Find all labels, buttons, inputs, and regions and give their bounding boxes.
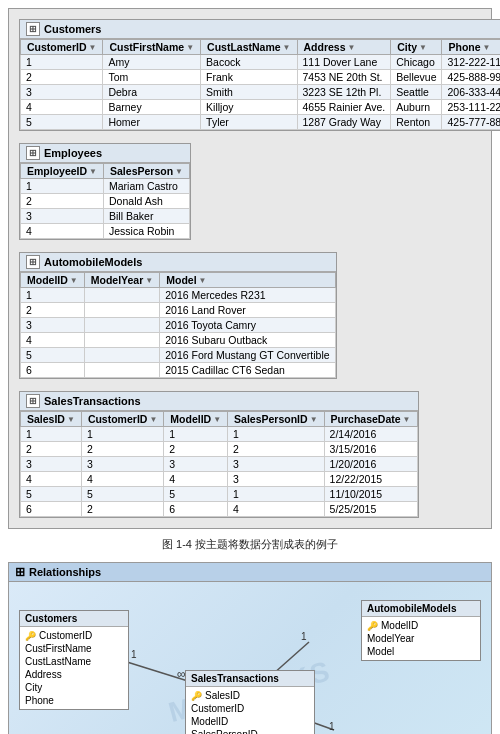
automobiles-field-2: Model bbox=[367, 645, 475, 658]
customers-col-first: CustFirstName▼ bbox=[103, 40, 201, 55]
sales-table: SalesID▼ CustomerID▼ ModelID▼ SalesPerso… bbox=[20, 411, 418, 517]
tables-section: ⊞ Customers CustomerID▼ CustFirstName▼ C… bbox=[8, 8, 492, 529]
table-row: 555111/10/2015 bbox=[21, 487, 418, 502]
customers-field-2: CustLastName bbox=[25, 655, 123, 668]
sales-col-cust: CustomerID▼ bbox=[81, 412, 163, 427]
automobiles-pk-field: 🔑 ModelID bbox=[367, 619, 475, 632]
sales-rel-fields: 🔑 SalesID CustomerID ModelID SalesPerson… bbox=[186, 687, 314, 734]
customers-field-1: CustFirstName bbox=[25, 642, 123, 655]
sales-table-title: ⊞ SalesTransactions bbox=[20, 392, 418, 411]
table-row: 1AmyBacock111 Dover LaneChicago312-222-1… bbox=[21, 55, 501, 70]
svg-line-0 bbox=[127, 662, 191, 682]
automobiles-table: ModelID▼ ModelYear▼ Model▼ 12016 Mercede… bbox=[20, 272, 336, 378]
customers-pk-field: 🔑 CustomerID bbox=[25, 629, 123, 642]
table-row: 11112/14/2016 bbox=[21, 427, 418, 442]
svg-text:1: 1 bbox=[301, 631, 307, 642]
customers-col-addr: Address▼ bbox=[297, 40, 391, 55]
table-row: 12016 Mercedes R231 bbox=[21, 288, 336, 303]
key-icon: 🔑 bbox=[25, 631, 36, 641]
customers-table-title: ⊞ Customers bbox=[20, 20, 500, 39]
customers-col-city: City▼ bbox=[391, 40, 442, 55]
table-row: 4BarneyKilljoy4655 Rainier Ave.Auburn253… bbox=[21, 100, 501, 115]
sales-col-id: SalesID▼ bbox=[21, 412, 82, 427]
sales-field-2: ModelID bbox=[191, 715, 309, 728]
emp-col-sales: SalesPerson▼ bbox=[104, 164, 190, 179]
table-row: 52016 Ford Mustang GT Convertible bbox=[21, 348, 336, 363]
table-row: 62015 Cadillac CT6 Sedan bbox=[21, 363, 336, 378]
automobiles-table-title: ⊞ AutomobileModels bbox=[20, 253, 336, 272]
emp-col-id: EmployeeID▼ bbox=[21, 164, 104, 179]
table-row: 1Mariam Castro bbox=[21, 179, 190, 194]
customers-col-last: CustLastName▼ bbox=[201, 40, 297, 55]
rel-body: MZ BOOKS 1 ∞ 1 ∞ 1 ∞ Customers bbox=[9, 582, 491, 734]
sales-field-3: SalesPersonID bbox=[191, 728, 309, 734]
customers-table: CustomerID▼ CustFirstName▼ CustLastName▼… bbox=[20, 39, 500, 130]
table-row: 33331/20/2016 bbox=[21, 457, 418, 472]
table-row: 3DebraSmith3223 SE 12th Pl.Seattle206-33… bbox=[21, 85, 501, 100]
sales-table-icon: ⊞ bbox=[26, 394, 40, 408]
table-row: 22223/15/2016 bbox=[21, 442, 418, 457]
sales-pk-field: 🔑 SalesID bbox=[191, 689, 309, 702]
auto-col-model: Model▼ bbox=[160, 273, 335, 288]
middle-tables-row: ⊞ Employees EmployeeID▼ SalesPerson▼ 1Ma… bbox=[15, 139, 485, 383]
svg-text:1: 1 bbox=[329, 721, 335, 732]
customers-rel-box: Customers 🔑 CustomerID CustFirstName Cus… bbox=[19, 610, 129, 710]
page-wrapper: ⊞ Customers CustomerID▼ CustFirstName▼ C… bbox=[0, 0, 500, 734]
table-row: 444312/22/2015 bbox=[21, 472, 418, 487]
table-row: 42016 Subaru Outback bbox=[21, 333, 336, 348]
table-row: 5HomerTyler1287 Grady WayRenton425-777-8… bbox=[21, 115, 501, 130]
table-row: 2Donald Ash bbox=[21, 194, 190, 209]
bottom-tables-row: ⊞ SalesTransactions SalesID▼ CustomerID▼… bbox=[15, 387, 485, 522]
customers-field-3: Address bbox=[25, 668, 123, 681]
employees-table-title: ⊞ Employees bbox=[20, 144, 190, 163]
customers-field-5: Phone bbox=[25, 694, 123, 707]
table-row: 3Bill Baker bbox=[21, 209, 190, 224]
sales-key-icon: 🔑 bbox=[191, 691, 202, 701]
automobiles-table-wrapper: ⊞ AutomobileModels ModelID▼ ModelYear▼ M… bbox=[19, 252, 337, 379]
auto-key-icon: 🔑 bbox=[367, 621, 378, 631]
table-row: 2TomFrank7453 NE 20th St.Bellevue425-888… bbox=[21, 70, 501, 85]
table-row: 32016 Toyota Camry bbox=[21, 318, 336, 333]
sales-field-1: CustomerID bbox=[191, 702, 309, 715]
rel-header: ⊞ Relationships bbox=[9, 563, 491, 582]
automobiles-rel-box: AutomobileModels 🔑 ModelID ModelYear Mod… bbox=[361, 600, 481, 661]
employees-table-wrapper: ⊞ Employees EmployeeID▼ SalesPerson▼ 1Ma… bbox=[19, 143, 191, 240]
emp-table-icon: ⊞ bbox=[26, 146, 40, 160]
sales-table-wrapper: ⊞ SalesTransactions SalesID▼ CustomerID▼… bbox=[19, 391, 419, 518]
sales-col-model: ModelID▼ bbox=[164, 412, 228, 427]
sales-rel-box: SalesTransactions 🔑 SalesID CustomerID M… bbox=[185, 670, 315, 734]
top-tables-row: ⊞ Customers CustomerID▼ CustFirstName▼ C… bbox=[15, 15, 485, 135]
table-row: 62645/25/2015 bbox=[21, 502, 418, 517]
auto-col-year: ModelYear▼ bbox=[84, 273, 159, 288]
automobiles-rel-fields: 🔑 ModelID ModelYear Model bbox=[362, 617, 480, 660]
sales-col-person: SalesPersonID▼ bbox=[228, 412, 324, 427]
table-row: 4Jessica Robin bbox=[21, 224, 190, 239]
employees-table: EmployeeID▼ SalesPerson▼ 1Mariam Castro2… bbox=[20, 163, 190, 239]
caption1: 图 1-4 按主题将数据分割成表的例子 bbox=[8, 537, 492, 552]
customers-rel-title: Customers bbox=[20, 611, 128, 627]
sales-rel-title: SalesTransactions bbox=[186, 671, 314, 687]
auto-col-id: ModelID▼ bbox=[21, 273, 85, 288]
automobiles-field-1: ModelYear bbox=[367, 632, 475, 645]
customers-rel-fields: 🔑 CustomerID CustFirstName CustLastName … bbox=[20, 627, 128, 709]
customers-field-4: City bbox=[25, 681, 123, 694]
relationships-section: ⊞ Relationships MZ BOOKS 1 ∞ 1 ∞ 1 ∞ bbox=[8, 562, 492, 734]
customers-col-id: CustomerID▼ bbox=[21, 40, 103, 55]
table-row: 22016 Land Rover bbox=[21, 303, 336, 318]
customers-col-phone: Phone▼ bbox=[442, 40, 500, 55]
customers-table-wrapper: ⊞ Customers CustomerID▼ CustFirstName▼ C… bbox=[19, 19, 500, 131]
table-icon: ⊞ bbox=[26, 22, 40, 36]
sales-col-date: PurchaseDate▼ bbox=[324, 412, 417, 427]
auto-table-icon: ⊞ bbox=[26, 255, 40, 269]
svg-text:1: 1 bbox=[131, 649, 137, 660]
rel-header-icon: ⊞ bbox=[15, 565, 25, 579]
automobiles-rel-title: AutomobileModels bbox=[362, 601, 480, 617]
